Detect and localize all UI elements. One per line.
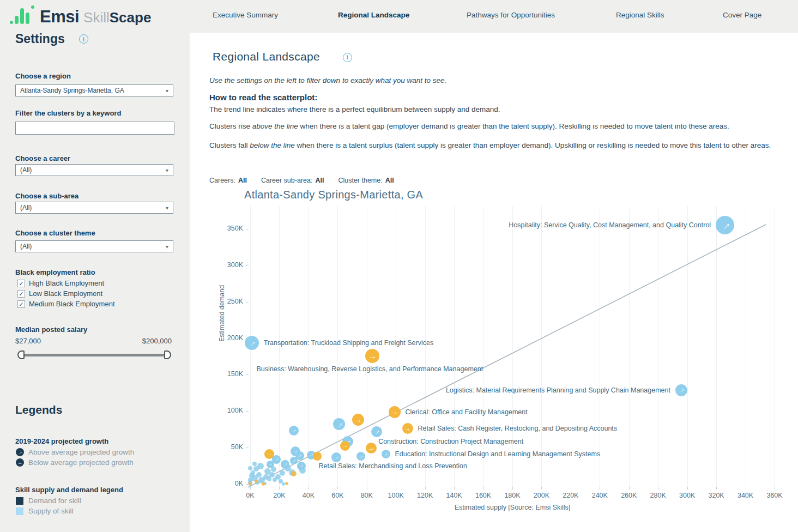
- x-tick-label: 200K: [528, 492, 555, 499]
- growth-legend-text: Below average projected growth: [28, 458, 134, 467]
- scatter-point[interactable]: →: [352, 414, 364, 426]
- x-tick: [396, 487, 396, 489]
- chart-gridline: [571, 206, 571, 487]
- x-tick-label: 20K: [265, 492, 293, 499]
- region-select[interactable]: Atlanta-Sandy Springs-Marietta, GA ▾: [15, 84, 173, 96]
- arrow-up-right-icon: →: [16, 448, 24, 456]
- x-tick: [716, 487, 717, 489]
- scatter-point[interactable]: →: [389, 406, 401, 418]
- scatter-point[interactable]: [267, 477, 271, 481]
- x-tick-label: 360K: [761, 492, 788, 499]
- point-annotation-label: Clerical: Office and Facility Management: [406, 408, 528, 416]
- scatter-point[interactable]: →: [402, 423, 413, 434]
- arrow-up-right-icon: →: [273, 456, 280, 463]
- skill-legend-text: Supply of skill: [28, 507, 74, 515]
- y-tick-label: 100K: [210, 407, 243, 414]
- scatter-point[interactable]: →: [331, 452, 341, 462]
- career-select[interactable]: (All) ▾: [15, 164, 173, 176]
- x-tick-label: 100K: [382, 492, 409, 499]
- scatter-point[interactable]: →: [675, 384, 687, 396]
- scatter-point[interactable]: →: [716, 216, 734, 234]
- scatter-point[interactable]: [291, 471, 297, 476]
- scatter-point[interactable]: →: [365, 349, 379, 363]
- x-tick-label: 320K: [703, 492, 730, 499]
- employment-option: ✓Medium Black Employment: [15, 299, 115, 309]
- checkbox[interactable]: ✓: [17, 280, 25, 287]
- checkbox[interactable]: ✓: [17, 300, 25, 308]
- scatter-point[interactable]: [252, 462, 257, 466]
- salary-slider-track[interactable]: [22, 354, 167, 356]
- scatter-point[interactable]: [248, 466, 252, 470]
- scatter-point[interactable]: [285, 482, 288, 485]
- main-panel: Regional Landscape i Use the settings on…: [190, 33, 798, 532]
- scatter-point[interactable]: →: [366, 443, 377, 454]
- employment-options: ✓High Black Employment✓Low Black Employm…: [15, 278, 115, 309]
- y-tick-label: 350K: [210, 225, 243, 232]
- x-tick: [367, 487, 367, 489]
- chart-gridline: [629, 206, 630, 487]
- theme-select[interactable]: (All) ▾: [15, 240, 173, 252]
- arrow-up-right-icon: →: [382, 451, 389, 458]
- checkbox-label: Medium Black Employment: [29, 300, 115, 308]
- salary-max: $200,000: [142, 337, 172, 345]
- scatter-point[interactable]: →: [290, 457, 298, 464]
- salary-slider[interactable]: [17, 350, 171, 359]
- scatter-point[interactable]: →: [313, 452, 322, 461]
- settings-info-icon[interactable]: i: [79, 34, 88, 44]
- scatter-point[interactable]: [257, 463, 264, 469]
- career-label: Choose a career: [15, 154, 70, 162]
- chevron-down-icon: ▾: [166, 205, 168, 211]
- scatter-point[interactable]: [251, 470, 255, 475]
- scatter-point[interactable]: [249, 482, 252, 485]
- scatter-point[interactable]: →: [333, 418, 345, 430]
- checkbox[interactable]: ✓: [17, 290, 25, 298]
- legend-swatch: [16, 507, 23, 515]
- scatter-point[interactable]: →: [340, 441, 350, 451]
- skill-legend: Demand for skillSupply of skill: [16, 495, 81, 516]
- nav-tab-executive-summary[interactable]: Executive Summary: [213, 11, 278, 19]
- x-tick: [687, 487, 688, 489]
- point-annotation-label: Retail Sales: Cash Register, Restocking,…: [418, 425, 617, 432]
- x-tick: [775, 487, 775, 489]
- y-tick-label: 200K: [210, 334, 243, 342]
- scatter-point[interactable]: →: [371, 426, 382, 437]
- employment-option: ✓High Black Employment: [15, 278, 115, 288]
- x-tick-label: 300K: [674, 492, 701, 499]
- x-tick-label: 140K: [440, 492, 468, 499]
- keyword-input[interactable]: [15, 122, 174, 135]
- x-tick: [629, 487, 630, 489]
- scatter-point[interactable]: [269, 472, 275, 477]
- scatter-point[interactable]: [255, 480, 258, 483]
- nav-tab-regional-landscape[interactable]: Regional Landscape: [338, 11, 409, 19]
- y-tick-label: 250K: [210, 298, 243, 305]
- scatter-point[interactable]: →: [356, 452, 365, 461]
- scatter-point[interactable]: [262, 482, 265, 486]
- salary-slider-handle-max[interactable]: [164, 350, 171, 359]
- scatter-point[interactable]: [256, 472, 262, 477]
- scatter-point[interactable]: →: [245, 336, 259, 350]
- scatter-point[interactable]: →: [289, 426, 299, 436]
- scatter-point[interactable]: [285, 465, 291, 471]
- x-tick-label: 40K: [295, 492, 322, 499]
- x-tick: [746, 487, 746, 489]
- x-tick: [541, 487, 542, 489]
- nav-tab-regional-skills[interactable]: Regional Skills: [616, 11, 664, 19]
- y-tick-label: 0K: [210, 480, 243, 487]
- scatter-point[interactable]: [299, 467, 306, 474]
- x-tick: [658, 487, 658, 489]
- nav-tab-pathways-for-opportunities[interactable]: Pathways for Opportunities: [467, 11, 555, 19]
- x-tick-label: 80K: [353, 492, 380, 499]
- employment-option: ✓Low Black Employment: [15, 288, 115, 299]
- salary-slider-handle-min[interactable]: [17, 350, 25, 359]
- legend-swatch: [16, 497, 23, 505]
- chevron-down-icon: ▾: [166, 244, 168, 250]
- x-tick-label: 160K: [470, 492, 497, 499]
- scatter-point[interactable]: [271, 467, 276, 472]
- x-tick-label: 280K: [644, 492, 672, 499]
- skill-legend-label: Skill supply and demand legend: [15, 486, 123, 494]
- scatter-point[interactable]: →: [382, 450, 390, 458]
- nav-tab-cover-page[interactable]: Cover Page: [723, 11, 761, 19]
- subarea-select[interactable]: (All) ▾: [15, 202, 173, 214]
- x-tick: [454, 487, 455, 489]
- career-select-value: (All): [20, 166, 166, 174]
